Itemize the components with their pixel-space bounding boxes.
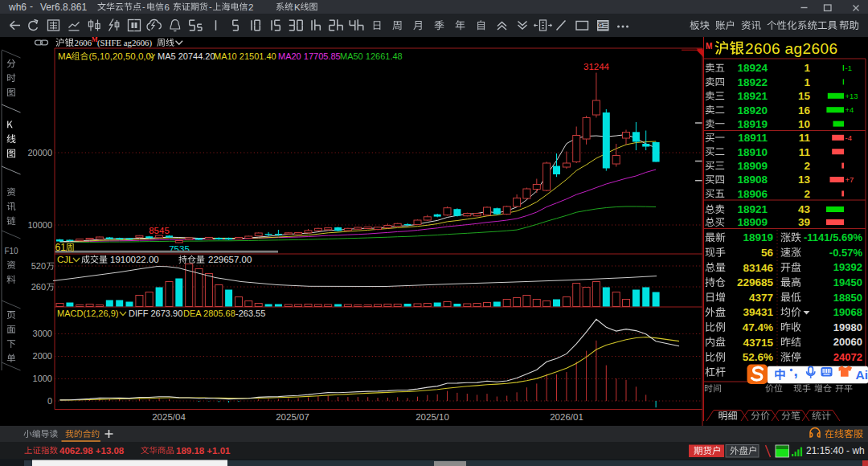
svg-text:MACD(12,26,9): MACD(12,26,9) bbox=[57, 309, 118, 318]
svg-text:-4: -4 bbox=[845, 133, 852, 142]
svg-text:MA10 21501.40: MA10 21501.40 bbox=[214, 51, 276, 61]
svg-text:19980: 19980 bbox=[833, 321, 862, 333]
svg-text:520: 520 bbox=[31, 261, 46, 271]
svg-text:13: 13 bbox=[798, 174, 811, 186]
svg-text:18920: 18920 bbox=[737, 104, 768, 117]
svg-text:11: 11 bbox=[799, 146, 811, 158]
svg-text:2025/04: 2025/04 bbox=[152, 412, 186, 422]
svg-text:18908: 18908 bbox=[737, 174, 768, 186]
svg-text:61: 61 bbox=[55, 242, 67, 253]
svg-text:-: - bbox=[209, 2, 212, 11]
svg-text:18850: 18850 bbox=[833, 292, 862, 304]
svg-text:-: - bbox=[30, 1, 33, 12]
svg-text:2: 2 bbox=[248, 2, 253, 12]
svg-text:+4: +4 bbox=[845, 105, 854, 114]
svg-text:DIFF 2673.90: DIFF 2673.90 bbox=[129, 309, 182, 318]
svg-text:18909: 18909 bbox=[737, 216, 768, 228]
svg-text:1: 1 bbox=[804, 76, 810, 88]
svg-text:18919: 18919 bbox=[743, 231, 773, 243]
svg-text:83146: 83146 bbox=[743, 262, 773, 274]
svg-text:18910: 18910 bbox=[737, 146, 768, 158]
svg-text:3000: 3000 bbox=[33, 329, 52, 338]
svg-text:43715: 43715 bbox=[743, 337, 773, 349]
svg-text:+13: +13 bbox=[845, 92, 858, 100]
svg-text:2606 ag2606: 2606 ag2606 bbox=[745, 40, 837, 57]
svg-text:-0.57%: -0.57% bbox=[829, 247, 863, 259]
svg-text:-263.55: -263.55 bbox=[235, 309, 265, 318]
svg-text:(5,10,20,50,0,0): (5,10,20,50,0,0) bbox=[89, 51, 154, 61]
svg-text:11: 11 bbox=[799, 132, 811, 144]
svg-text:39431: 39431 bbox=[743, 306, 773, 318]
svg-text:18919: 18919 bbox=[737, 118, 768, 130]
svg-text:19450: 19450 bbox=[833, 276, 862, 288]
svg-text:43: 43 bbox=[798, 203, 811, 215]
svg-text:M: M bbox=[706, 42, 712, 51]
svg-text:2: 2 bbox=[804, 188, 810, 200]
svg-text:15: 15 bbox=[798, 90, 811, 102]
svg-text:wh6: wh6 bbox=[8, 2, 27, 13]
svg-text:18922: 18922 bbox=[737, 76, 768, 88]
svg-text:18909: 18909 bbox=[737, 160, 768, 172]
svg-text:4062.98 +13.08: 4062.98 +13.08 bbox=[59, 446, 125, 456]
svg-text:2: 2 bbox=[804, 160, 810, 172]
svg-text:19068: 19068 bbox=[833, 306, 862, 318]
svg-text:(SHFE ag2606): (SHFE ag2606) bbox=[97, 38, 152, 48]
svg-text:MA20 17705.85: MA20 17705.85 bbox=[278, 51, 341, 61]
svg-text:229657.00: 229657.00 bbox=[208, 255, 252, 264]
svg-text:-1: -1 bbox=[845, 63, 852, 72]
svg-text:18921: 18921 bbox=[737, 203, 768, 215]
svg-text:18906: 18906 bbox=[737, 188, 768, 200]
svg-text:MA50 12661.48: MA50 12661.48 bbox=[340, 51, 403, 61]
svg-text:Ai: Ai bbox=[856, 368, 868, 382]
svg-text:24072: 24072 bbox=[833, 351, 862, 363]
svg-text:2025/07: 2025/07 bbox=[276, 412, 309, 422]
svg-text:18911: 18911 bbox=[738, 132, 768, 144]
svg-text:18924: 18924 bbox=[737, 62, 768, 74]
svg-text:31244: 31244 bbox=[583, 62, 610, 72]
svg-text:56: 56 bbox=[761, 247, 774, 259]
svg-text:2025/10: 2025/10 bbox=[416, 412, 449, 422]
svg-text:F10: F10 bbox=[4, 247, 18, 255]
svg-text:MA5 20744.20: MA5 20744.20 bbox=[158, 51, 215, 61]
svg-text:18921: 18921 bbox=[737, 90, 768, 102]
svg-text:-: - bbox=[142, 2, 145, 11]
svg-text:1910022.00: 1910022.00 bbox=[110, 255, 159, 264]
svg-text:16: 16 bbox=[798, 104, 811, 117]
svg-text:21:15:40 - wh: 21:15:40 - wh bbox=[806, 445, 865, 456]
svg-text:-1141/5.69%: -1141/5.69% bbox=[804, 231, 862, 243]
svg-text:Ver6.8.861: Ver6.8.861 bbox=[40, 2, 87, 13]
svg-text:G: G bbox=[598, 22, 603, 29]
svg-text:260: 260 bbox=[31, 282, 46, 292]
svg-text:2000: 2000 bbox=[33, 351, 52, 361]
svg-text:19392: 19392 bbox=[833, 261, 862, 273]
svg-text:2026/01: 2026/01 bbox=[550, 412, 583, 422]
svg-text:CJL: CJL bbox=[57, 255, 74, 264]
svg-text:10000: 10000 bbox=[27, 220, 52, 230]
svg-text:+7: +7 bbox=[845, 175, 854, 184]
svg-text:K: K bbox=[294, 2, 301, 12]
svg-text:189.18 +1.01: 189.18 +1.01 bbox=[176, 446, 231, 456]
svg-text:20000: 20000 bbox=[27, 148, 52, 157]
svg-text:10: 10 bbox=[798, 118, 810, 130]
svg-text:1: 1 bbox=[804, 62, 810, 74]
svg-text:39: 39 bbox=[798, 216, 810, 228]
svg-text:20060: 20060 bbox=[833, 336, 862, 348]
svg-text:4377: 4377 bbox=[749, 292, 773, 304]
svg-text:52.6%: 52.6% bbox=[743, 351, 773, 363]
svg-text:2606: 2606 bbox=[75, 38, 92, 47]
svg-text:1000: 1000 bbox=[33, 374, 52, 383]
svg-text:0: 0 bbox=[47, 396, 52, 406]
svg-text:,: , bbox=[794, 362, 798, 379]
svg-text:47.4%: 47.4% bbox=[743, 321, 773, 333]
svg-text:MA: MA bbox=[58, 51, 72, 61]
svg-text:8545: 8545 bbox=[149, 226, 170, 235]
svg-text:6: 6 bbox=[165, 2, 170, 12]
svg-text:DEA 2805.68: DEA 2805.68 bbox=[183, 309, 235, 318]
svg-text:229685: 229685 bbox=[737, 276, 774, 288]
